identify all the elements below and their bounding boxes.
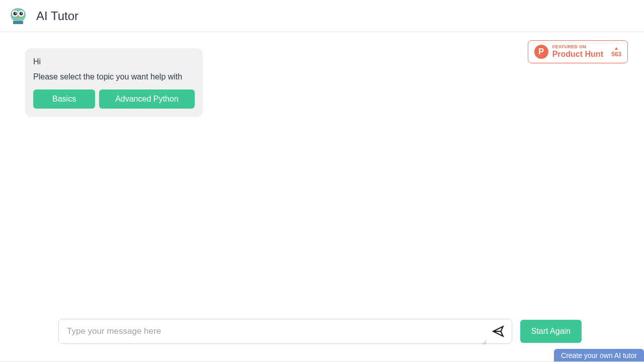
message-input[interactable]: [59, 319, 485, 343]
svg-point-6: [21, 13, 22, 14]
app-header: AI Tutor: [0, 0, 644, 32]
topic-buttons-container: Basics Advanced Python: [33, 89, 195, 109]
send-button[interactable]: [485, 321, 512, 342]
prompt-text: Please select the topic you want help wi…: [33, 72, 195, 81]
svg-point-4: [20, 12, 23, 15]
message-input-wrapper: [58, 319, 512, 344]
greeting-text: Hi: [33, 57, 195, 66]
app-title: AI Tutor: [36, 9, 78, 23]
product-hunt-name: Product Hunt: [552, 50, 603, 59]
svg-point-3: [14, 12, 17, 15]
send-icon: [492, 325, 505, 338]
start-again-button[interactable]: Start Again: [520, 320, 582, 343]
create-tutor-cta[interactable]: Create your own AI tutor: [554, 349, 644, 362]
input-area: Start Again: [58, 319, 582, 344]
topic-advanced-button[interactable]: Advanced Python: [99, 89, 194, 109]
featured-label: FEATURED ON: [552, 45, 603, 50]
product-hunt-icon: P: [534, 45, 548, 59]
assistant-message: Hi Please select the topic you want help…: [25, 48, 203, 117]
product-hunt-badge[interactable]: P FEATURED ON Product Hunt ▲ 563: [528, 40, 628, 63]
upvote-container: ▲ 563: [611, 46, 621, 58]
svg-rect-9: [13, 21, 23, 22]
svg-line-11: [485, 342, 487, 344]
upvote-arrow-icon: ▲: [614, 46, 619, 51]
topic-basics-button[interactable]: Basics: [33, 89, 95, 109]
owl-logo: [8, 6, 28, 26]
product-hunt-text: FEATURED ON Product Hunt: [552, 45, 603, 58]
upvote-count: 563: [611, 51, 621, 58]
svg-point-5: [15, 13, 16, 14]
